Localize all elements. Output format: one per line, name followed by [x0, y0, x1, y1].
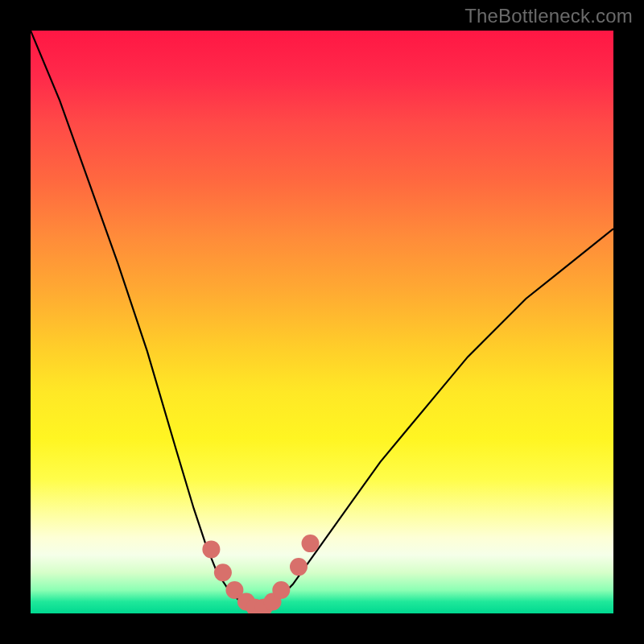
watermark-text: TheBottleneck.com [464, 5, 633, 27]
trough-marker [272, 581, 290, 599]
bottleneck-curve [31, 31, 613, 608]
trough-marker [214, 564, 232, 581]
trough-marker [202, 540, 220, 558]
trough-marker [290, 558, 308, 576]
trough-marker [302, 535, 320, 552]
chart-frame [31, 31, 613, 613]
trough-highlight [202, 535, 319, 613]
chart-svg [31, 31, 613, 613]
